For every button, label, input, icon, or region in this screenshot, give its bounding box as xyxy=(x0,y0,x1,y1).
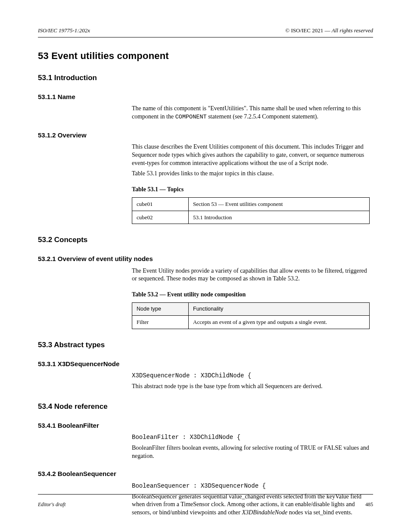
heading-53-4-2: 53.4.2 BooleanSequencer xyxy=(38,470,373,478)
para-53-4-1: BooleanFilter filters boolean events, al… xyxy=(132,444,373,460)
table-53-1-caption: Table 53.1 — Topics xyxy=(132,186,373,194)
para-53-3-1: This abstract node type is the base type… xyxy=(132,383,373,391)
heading-53-2: 53.2 Concepts xyxy=(38,235,373,245)
header-rights: © ISO/IEC 2021 — All rights reserved xyxy=(285,27,373,34)
footer-rule xyxy=(38,494,373,495)
table-header: Functionality xyxy=(189,303,370,316)
table-53-2: Node type Functionality Filter Accepts a… xyxy=(132,302,370,329)
page-title: 53 Event utilities component xyxy=(38,50,373,62)
table-cell: Section 53 — Event utilities component xyxy=(189,198,370,211)
heading-53-3-1: 53.3.1 X3DSequencerNode xyxy=(38,360,373,368)
table-row: Filter Accepts an event of a given type … xyxy=(132,316,370,329)
table-row: cube02 53.1 Introduction xyxy=(132,211,370,224)
table-header-row: Node type Functionality xyxy=(132,303,370,316)
heading-53-3: 53.3 Abstract types xyxy=(38,340,373,350)
table-cell: 53.1 Introduction xyxy=(189,211,370,224)
header-rule xyxy=(38,37,373,37)
para-53-1-2b: Table 53.1 provides links to the major t… xyxy=(132,170,373,178)
heading-53-2-1: 53.2.1 Overview of event utility nodes xyxy=(38,255,373,263)
code-53-4-2: BooleanSequencer : X3DSequencerNode { xyxy=(132,482,373,490)
para-53-1-2a: This clause describes the Event Utilitie… xyxy=(132,143,373,168)
table-row: cube01 Section 53 — Event utilities comp… xyxy=(132,198,370,211)
code-53-3-1: X3DSequencerNode : X3DChildNode { xyxy=(132,372,373,380)
header-spec: ISO/IEC 19775-1:202x xyxy=(38,27,90,34)
heading-53-4: 53.4 Node reference xyxy=(38,402,373,412)
para-53-4-2: BooleanSequencer generates sequential va… xyxy=(132,493,373,517)
running-header: ISO/IEC 19775-1:202x © ISO/IEC 2021 — Al… xyxy=(38,27,373,37)
table-53-2-caption: Table 53.2 — Event utility node composit… xyxy=(132,291,373,299)
table-cell: cube02 xyxy=(132,211,189,224)
heading-53-1-1: 53.1.1 Name xyxy=(38,93,373,101)
para-53-2-1: The Event Utility nodes provide a variet… xyxy=(132,267,373,283)
heading-53-1: 53.1 Introduction xyxy=(38,73,373,83)
heading-53-4-1: 53.4.1 BooleanFilter xyxy=(38,421,373,430)
footer-left: Editor's draft xyxy=(38,501,65,508)
table-cell: Accepts an event of a given type and out… xyxy=(189,316,370,329)
page-number: 485 xyxy=(365,501,373,508)
para-53-1-1: The name of this component is "EventUtil… xyxy=(132,105,373,121)
table-header: Node type xyxy=(132,303,189,316)
heading-53-1-2: 53.1.2 Overview xyxy=(38,131,373,140)
table-cell: cube01 xyxy=(132,198,189,211)
table-53-1: cube01 Section 53 — Event utilities comp… xyxy=(132,197,370,224)
table-cell: Filter xyxy=(132,316,189,329)
code-53-4-1: BooleanFilter : X3DChildNode { xyxy=(132,433,373,442)
